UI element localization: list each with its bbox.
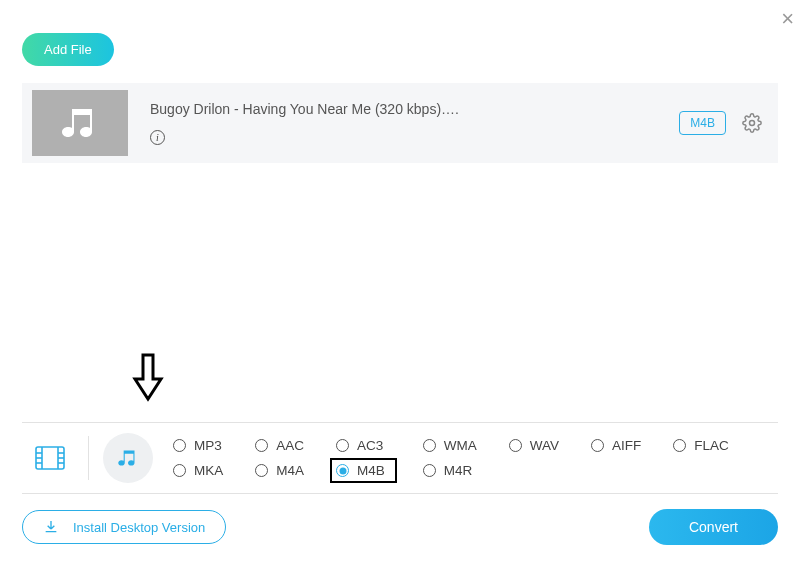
format-label: M4R bbox=[444, 463, 473, 478]
format-label: MP3 bbox=[194, 438, 222, 453]
format-label: M4A bbox=[276, 463, 304, 478]
gear-icon[interactable] bbox=[742, 113, 762, 133]
svg-point-0 bbox=[750, 121, 755, 126]
divider bbox=[88, 436, 89, 480]
install-label: Install Desktop Version bbox=[73, 520, 205, 535]
format-badge[interactable]: M4B bbox=[679, 111, 726, 135]
format-label: FLAC bbox=[694, 438, 729, 453]
close-icon[interactable]: × bbox=[781, 8, 794, 30]
format-option-mp3[interactable]: MP3 bbox=[171, 437, 225, 454]
audio-format-icon[interactable] bbox=[103, 433, 153, 483]
format-label: WMA bbox=[444, 438, 477, 453]
music-note-icon bbox=[56, 99, 104, 147]
install-desktop-button[interactable]: Install Desktop Version bbox=[22, 510, 226, 544]
download-icon bbox=[43, 519, 59, 535]
format-label: AIFF bbox=[612, 438, 641, 453]
format-option-aac[interactable]: AAC bbox=[253, 437, 306, 454]
format-label: M4B bbox=[357, 463, 385, 478]
format-grid: MP3 AAC AC3 WMA WAV AIFF FLAC MKA M4A M4… bbox=[171, 437, 731, 479]
format-option-wav[interactable]: WAV bbox=[507, 437, 561, 454]
file-info: Bugoy Drilon - Having You Near Me (320 k… bbox=[150, 101, 679, 145]
format-label: AC3 bbox=[357, 438, 383, 453]
convert-button[interactable]: Convert bbox=[649, 509, 778, 545]
format-option-mka[interactable]: MKA bbox=[171, 462, 225, 479]
file-title: Bugoy Drilon - Having You Near Me (320 k… bbox=[150, 101, 679, 117]
arrow-down-icon bbox=[130, 353, 166, 403]
info-icon[interactable]: i bbox=[150, 130, 165, 145]
bottom-bar: Install Desktop Version Convert bbox=[22, 509, 778, 545]
format-option-m4b[interactable]: M4B bbox=[330, 458, 397, 483]
file-thumbnail bbox=[32, 90, 128, 156]
format-label: WAV bbox=[530, 438, 559, 453]
format-section: MP3 AAC AC3 WMA WAV AIFF FLAC MKA M4A M4… bbox=[22, 422, 778, 494]
video-format-icon[interactable] bbox=[32, 440, 68, 476]
format-option-ac3[interactable]: AC3 bbox=[334, 437, 393, 454]
file-row: Bugoy Drilon - Having You Near Me (320 k… bbox=[22, 83, 778, 163]
format-label: MKA bbox=[194, 463, 223, 478]
format-option-wma[interactable]: WMA bbox=[421, 437, 479, 454]
add-file-button[interactable]: Add File bbox=[22, 33, 114, 66]
format-label: AAC bbox=[276, 438, 304, 453]
format-option-aiff[interactable]: AIFF bbox=[589, 437, 643, 454]
format-option-m4r[interactable]: M4R bbox=[421, 462, 479, 479]
format-option-flac[interactable]: FLAC bbox=[671, 437, 731, 454]
format-option-m4a[interactable]: M4A bbox=[253, 462, 306, 479]
